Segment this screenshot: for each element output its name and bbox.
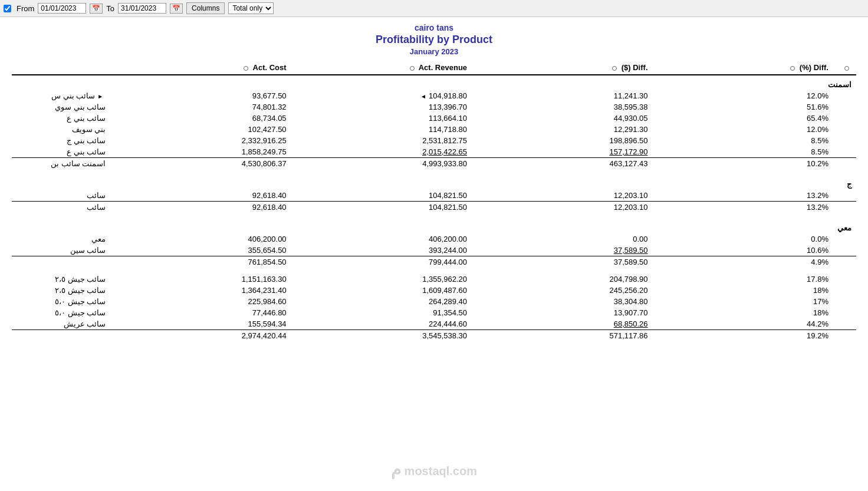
row-extra — [833, 135, 856, 146]
diff-dollar-cell: 12,203.10 — [472, 190, 652, 202]
row-name: سائب سين — [12, 245, 110, 256]
row-name: سائب جيش ٥،٠ — [12, 296, 110, 307]
act-rev-cell: 91,354.50 — [291, 307, 472, 318]
sort-circle-diff-dollar — [612, 66, 617, 71]
diff-pct-cell: 0.0% — [653, 233, 833, 245]
sort-circle-diff-pct — [790, 66, 795, 71]
table-row: سائب جيش ٢،٥ 1,151,163.30 1,355,962.20 2… — [12, 273, 856, 285]
subtotal-extra — [833, 256, 856, 268]
subtotal-diff-pct: 19.2% — [653, 330, 833, 342]
filter-select[interactable]: Total onlyAllGrouped — [228, 2, 274, 14]
columns-button[interactable]: Columns — [186, 2, 225, 14]
act-cost-cell: 225,984.60 — [110, 296, 291, 307]
table-row: سائب جيش ٢،٥ 1,364,231.40 1,609,487.60 2… — [12, 285, 856, 296]
subtotal-name: اسمنت سائب بن — [12, 158, 110, 170]
col-header-diff-dollar[interactable]: ($) Diff. — [472, 61, 652, 75]
row-extra — [833, 296, 856, 307]
act-cost-cell: 92,618.40 — [110, 190, 291, 202]
category-header-row: ج — [12, 175, 856, 190]
checkbox-area[interactable] — [4, 5, 13, 12]
subtotal-diff-dollar: 463,127.43 — [472, 158, 652, 170]
act-rev-cell: 104,821.50 — [291, 190, 472, 202]
from-calendar-btn[interactable]: 📅 — [90, 4, 103, 14]
row-name: سائب بني سوي — [12, 101, 110, 113]
col-header-diff-pct[interactable]: (%) Diff. — [653, 61, 833, 75]
act-rev-cell: 1,609,487.60 — [291, 285, 472, 296]
act-cost-cell: 68,734.05 — [110, 113, 291, 124]
act-rev-cell: 406,200.00 — [291, 233, 472, 245]
subtotal-act-cost: 761,854.50 — [110, 256, 291, 268]
row-extra — [833, 113, 856, 124]
expand-arrow[interactable]: ► — [97, 93, 103, 100]
act-rev-cell: 1,355,962.20 — [291, 273, 472, 285]
row-name: سائب عريش — [12, 318, 110, 330]
diff-pct-cell: 18% — [653, 307, 833, 318]
category-header-row: اسمنت — [12, 75, 856, 90]
subtotal-diff-dollar: 37,589.50 — [472, 256, 652, 268]
diff-dollar-cell: 12,291.30 — [472, 124, 652, 135]
row-extra — [833, 124, 856, 135]
act-cost-cell: 406,200.00 — [110, 233, 291, 245]
col-header-name — [12, 61, 110, 75]
act-cost-cell: 1,858,249.75 — [110, 146, 291, 158]
diff-pct-cell: 44.2% — [653, 318, 833, 330]
filter-checkbox[interactable] — [4, 5, 11, 12]
diff-dollar-cell: 38,304.80 — [472, 296, 652, 307]
row-extra — [833, 146, 856, 158]
diff-dollar-cell: 204,798.90 — [472, 273, 652, 285]
subtotal-name — [12, 256, 110, 268]
subtotal-act-rev: 104,821.50 — [291, 202, 472, 213]
table-row: ►سائب بني س 93,677.50 ◄104,918.80 11,241… — [12, 90, 856, 101]
table-row: سائب بني ع 1,858,249.75 2,015,422.65 157… — [12, 146, 856, 158]
row-name: سائب بني ج — [12, 135, 110, 146]
to-date-input[interactable] — [118, 3, 166, 14]
subtotal-name: سائب — [12, 202, 110, 213]
row-extra — [833, 190, 856, 202]
row-name: سائب — [12, 190, 110, 202]
table-row: سائب عريش 155,594.34 224,444.60 68,850.2… — [12, 318, 856, 330]
rev-arrow[interactable]: ◄ — [420, 93, 426, 100]
act-rev-cell: 2,531,812.75 — [291, 135, 472, 146]
act-cost-cell: 102,427.50 — [110, 124, 291, 135]
table-row: سائب جيش ٥،٠ 77,446.80 91,354.50 13,907.… — [12, 307, 856, 318]
act-cost-cell: 155,594.34 — [110, 318, 291, 330]
col-header-extra — [833, 61, 856, 75]
col-header-act-cost[interactable]: Act. Cost — [110, 61, 291, 75]
table-row: بني سويف 102,427.50 114,718.80 12,291.30… — [12, 124, 856, 135]
subtotal-row: 2,974,420.44 3,545,538.30 571,117.86 19.… — [12, 330, 856, 342]
row-extra — [833, 307, 856, 318]
subtotal-diff-pct: 4.9% — [653, 256, 833, 268]
act-cost-cell: 355,654.50 — [110, 245, 291, 256]
spacer-row — [12, 213, 856, 219]
diff-pct-cell: 12.0% — [653, 90, 833, 101]
to-label: To — [106, 4, 114, 13]
diff-pct-cell: 8.5% — [653, 146, 833, 158]
table-row: سائب بني سوي 74,801.32 113,396.70 38,595… — [12, 101, 856, 113]
row-name: سائب بني ع — [12, 146, 110, 158]
diff-dollar-cell: 68,850.26 — [472, 318, 652, 330]
subtotal-diff-dollar: 571,117.86 — [472, 330, 652, 342]
col-header-act-rev[interactable]: Act. Revenue — [291, 61, 472, 75]
diff-pct-cell: 65.4% — [653, 113, 833, 124]
to-calendar-btn[interactable]: 📅 — [170, 4, 183, 14]
subtotal-name — [12, 330, 110, 342]
act-rev-cell: 114,718.80 — [291, 124, 472, 135]
category-header-row: معي — [12, 219, 856, 233]
diff-dollar-cell: 198,896.50 — [472, 135, 652, 146]
subtotal-row: 761,854.50 799,444.00 37,589.50 4.9% — [12, 256, 856, 268]
subtotal-diff-pct: 13.2% — [653, 202, 833, 213]
report-date: January 2023 — [12, 47, 856, 56]
row-extra — [833, 90, 856, 101]
act-rev-cell: 264,289.40 — [291, 296, 472, 307]
from-date-input[interactable] — [38, 3, 86, 14]
subtotal-act-cost: 4,530,806.37 — [110, 158, 291, 170]
diff-pct-cell: 13.2% — [653, 190, 833, 202]
subtotal-row: سائب 92,618.40 104,821.50 12,203.10 13.2… — [12, 202, 856, 213]
row-name: سائب جيش ٢،٥ — [12, 285, 110, 296]
subtotal-act-rev: 799,444.00 — [291, 256, 472, 268]
report-company: cairo tans — [12, 23, 856, 32]
sort-circle-rev — [410, 66, 415, 71]
report-container: cairo tans Profitability by Product Janu… — [0, 17, 868, 353]
act-rev-cell: 224,444.60 — [291, 318, 472, 330]
diff-dollar-cell: 37,589.50 — [472, 245, 652, 256]
